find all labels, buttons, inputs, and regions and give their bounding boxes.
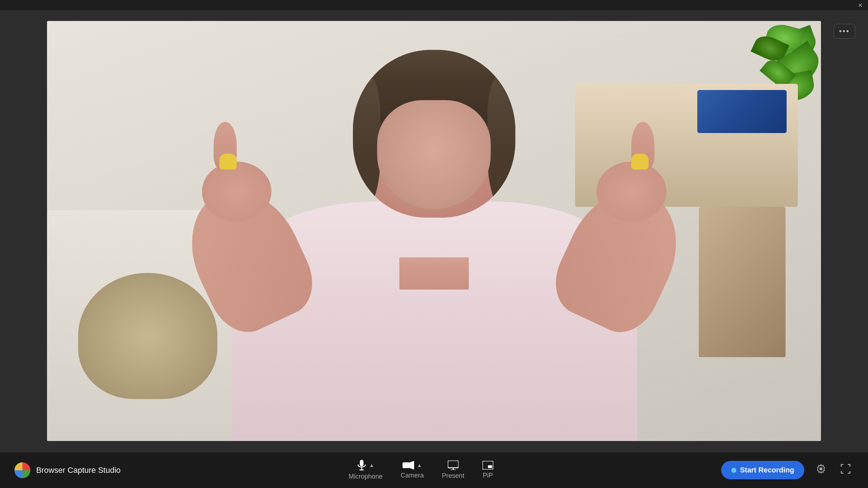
title-bar: ✕ [0, 0, 868, 10]
toolbar-left: Browser Capture Studio [14, 462, 121, 478]
video-container [47, 21, 821, 441]
app-logo [14, 462, 30, 478]
svg-marker-4 [410, 461, 414, 470]
toolbar-right: Start Recording [721, 461, 854, 479]
svg-rect-3 [403, 462, 410, 468]
toolbar-center: ▲ Microphone ▲ Camera [349, 460, 493, 480]
microphone-label: Microphone [349, 473, 383, 480]
present-top [448, 461, 459, 470]
settings-button[interactable] [813, 461, 829, 479]
pip-control[interactable]: PiP [482, 461, 493, 479]
person-neck [399, 257, 469, 289]
camera-top: ▲ [403, 461, 422, 470]
person-head [353, 50, 515, 218]
svg-rect-0 [360, 460, 363, 466]
record-dot-icon [731, 468, 736, 473]
start-recording-button[interactable]: Start Recording [721, 461, 804, 479]
more-options-button[interactable]: ••• [834, 24, 855, 39]
present-icon [448, 461, 459, 470]
app-title: Browser Capture Studio [36, 466, 121, 475]
video-scene [47, 21, 821, 441]
microphone-chevron[interactable]: ▲ [369, 462, 374, 468]
pip-label: PiP [483, 472, 493, 479]
svg-rect-8 [482, 461, 493, 470]
person [144, 42, 724, 441]
present-label: Present [442, 472, 464, 480]
toolbar: Browser Capture Studio ▲ [0, 452, 868, 488]
svg-rect-9 [488, 465, 492, 468]
person-face [377, 100, 491, 209]
camera-icon [403, 461, 414, 470]
camera-control[interactable]: ▲ Camera [401, 461, 424, 479]
close-button[interactable]: ✕ [855, 0, 865, 10]
person-hand-left [202, 162, 272, 222]
pip-icon [482, 461, 493, 470]
person-hair-left [353, 75, 380, 209]
main-content: ••• [0, 10, 868, 452]
camera-chevron[interactable]: ▲ [417, 462, 422, 468]
svg-rect-5 [448, 461, 459, 468]
svg-point-10 [820, 467, 822, 470]
microphone-icon [357, 460, 366, 471]
nail-left [219, 154, 237, 170]
fullscreen-button[interactable] [838, 461, 854, 479]
nail-right [631, 154, 649, 170]
pip-top [482, 461, 493, 470]
app-window: ✕ ••• [0, 0, 868, 488]
camera-label: Camera [401, 472, 424, 479]
present-control[interactable]: Present [442, 461, 464, 480]
person-hair-right [488, 75, 515, 209]
microphone-control[interactable]: ▲ Microphone [349, 460, 383, 480]
microphone-top: ▲ [357, 460, 374, 471]
person-hand-right [596, 162, 666, 222]
